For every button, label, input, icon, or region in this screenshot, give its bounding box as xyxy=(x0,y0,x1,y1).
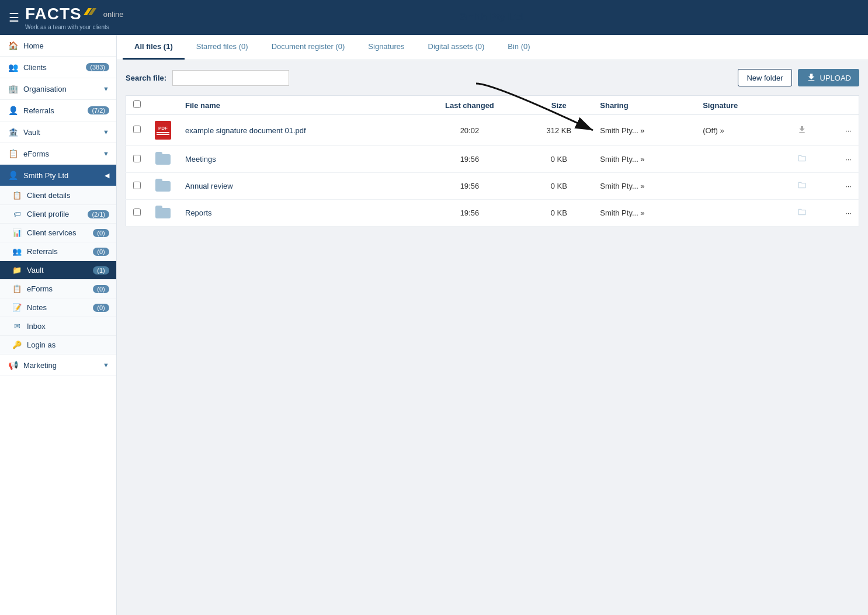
referrals-sub-icon: 👥 xyxy=(12,247,22,256)
file-more-actions[interactable]: ··· xyxy=(823,200,859,227)
file-size: 0 KB xyxy=(525,173,593,200)
tab-document-register[interactable]: Document register (0) xyxy=(260,35,357,60)
row-checkbox[interactable] xyxy=(133,126,141,133)
sidebar-item-clients[interactable]: 👥 Clients (383) xyxy=(0,57,116,78)
organisation-arrow: ▼ xyxy=(103,85,109,92)
sub-label-referrals: Referrals xyxy=(27,247,93,256)
download-icon[interactable] xyxy=(797,125,807,134)
sub-label-inbox: Inbox xyxy=(27,322,109,331)
tab-digital-assets[interactable]: Digital assets (0) xyxy=(416,35,497,60)
file-sharing[interactable]: Smith Pty... » xyxy=(593,173,696,200)
sidebar-item-eforms[interactable]: 📋 eForms ▼ xyxy=(0,143,116,165)
sidebar-item-home[interactable]: 🏠 Home xyxy=(0,35,116,57)
home-icon: 🏠 xyxy=(7,41,19,50)
smith-pty-ltd-icon: 👤 xyxy=(7,171,19,180)
sub-item-client-details[interactable]: 📋 Client details xyxy=(0,186,116,205)
sidebar-label-vault: Vault xyxy=(23,128,103,137)
file-sharing[interactable]: Smith Pty... » xyxy=(593,115,696,146)
file-signature xyxy=(696,200,782,227)
eforms-icon: 📋 xyxy=(7,149,19,158)
action-buttons: New folder UPLOAD xyxy=(738,69,859,86)
sidebar-item-vault[interactable]: 🏦 Vault ▼ xyxy=(0,121,116,143)
sub-item-notes[interactable]: 📝 Notes (0) xyxy=(0,298,116,317)
file-type-icon: PDF xyxy=(148,115,178,146)
search-input[interactable] xyxy=(172,70,289,86)
notes-badge: (0) xyxy=(93,304,109,312)
table-row: PDF example signature document 01.pdf20:… xyxy=(126,115,859,146)
new-folder-button[interactable]: New folder xyxy=(738,69,791,86)
file-name[interactable]: Reports xyxy=(178,200,414,227)
sub-label-client-services: Client services xyxy=(27,228,93,237)
marketing-arrow: ▼ xyxy=(103,362,109,369)
sub-item-login-as[interactable]: 🔑 Login as xyxy=(0,336,116,355)
file-last-changed: 19:56 xyxy=(414,173,525,200)
client-profile-badge: (2/1) xyxy=(88,210,109,218)
top-bar: ☰ FACTS online Work as a team with your … xyxy=(0,0,868,35)
tab-starred-files[interactable]: Starred files (0) xyxy=(185,35,260,60)
upload-icon xyxy=(806,72,817,83)
file-download xyxy=(782,200,822,227)
table-row: Reports19:560 KBSmith Pty... »··· xyxy=(126,200,859,227)
sidebar-item-referrals[interactable]: 👤 Referrals (7/2) xyxy=(0,100,116,121)
sidebar-label-referrals: Referrals xyxy=(23,106,88,115)
page-title: Smith Pty Ltd xyxy=(123,12,859,23)
header-last-changed: Last changed xyxy=(414,96,525,115)
header-actions xyxy=(823,96,859,115)
file-signature[interactable]: (Off) » xyxy=(696,115,782,146)
tab-bin[interactable]: Bin (0) xyxy=(496,35,541,60)
sub-item-client-profile[interactable]: 🏷 Client profile (2/1) xyxy=(0,205,116,224)
file-more-actions[interactable]: ··· xyxy=(823,146,859,173)
file-signature xyxy=(696,146,782,173)
file-sharing[interactable]: Smith Pty... » xyxy=(593,146,696,173)
client-details-icon: 📋 xyxy=(12,191,22,200)
tab-all-files[interactable]: All files (1) xyxy=(123,35,185,60)
sub-label-notes: Notes xyxy=(27,303,93,312)
sub-item-vault[interactable]: 📁 Vault (1) xyxy=(0,261,116,280)
sub-item-inbox[interactable]: ✉ Inbox xyxy=(0,317,116,336)
smith-arrow: ◀ xyxy=(105,172,109,179)
sidebar-item-marketing[interactable]: 📢 Marketing ▼ xyxy=(0,355,116,376)
logo-tagline: Work as a team with your clients xyxy=(25,24,123,30)
sidebar-item-smith-pty-ltd[interactable]: 👤 Smith Pty Ltd ◀ xyxy=(0,165,116,186)
sub-item-eforms[interactable]: 📋 eForms (0) xyxy=(0,280,116,298)
sidebar-label-clients: Clients xyxy=(23,63,86,72)
client-profile-icon: 🏷 xyxy=(12,210,22,218)
file-area: Search file: New folder UPLOAD xyxy=(117,60,868,235)
file-type-icon xyxy=(148,146,178,173)
file-size: 312 KB xyxy=(525,115,593,146)
logo-facts: FACTS xyxy=(25,5,82,23)
eforms-arrow: ▼ xyxy=(103,150,109,157)
annotation-container: File name Last changed Size Sharing Sign… xyxy=(126,95,859,227)
row-checkbox[interactable] xyxy=(133,209,141,216)
tab-signatures[interactable]: Signatures xyxy=(356,35,416,60)
upload-button[interactable]: UPLOAD xyxy=(798,69,859,86)
file-sharing[interactable]: Smith Pty... » xyxy=(593,200,696,227)
upload-label: UPLOAD xyxy=(820,74,851,82)
row-checkbox[interactable] xyxy=(133,155,141,162)
table-row: Annual review19:560 KBSmith Pty... »··· xyxy=(126,173,859,200)
file-more-actions[interactable]: ··· xyxy=(823,173,859,200)
row-checkbox[interactable] xyxy=(133,182,141,189)
hamburger-menu[interactable]: ☰ xyxy=(9,11,19,25)
eforms-sub-icon: 📋 xyxy=(12,284,22,293)
tabs-container: All files (1) Starred files (0) Document… xyxy=(117,35,868,60)
sidebar-item-organisation[interactable]: 🏢 Organisation ▼ xyxy=(0,78,116,100)
folder-down-icon xyxy=(797,180,807,190)
file-more-actions[interactable]: ··· xyxy=(823,115,859,146)
sub-label-login-as: Login as xyxy=(27,340,109,349)
select-all-checkbox[interactable] xyxy=(133,100,141,108)
sub-item-referrals[interactable]: 👥 Referrals (0) xyxy=(0,242,116,261)
login-as-icon: 🔑 xyxy=(12,340,22,349)
clients-badge: (383) xyxy=(86,63,109,71)
clients-icon: 👥 xyxy=(7,62,19,72)
header-sharing: Sharing xyxy=(593,96,696,115)
file-type-icon xyxy=(148,200,178,227)
file-name[interactable]: example signature document 01.pdf xyxy=(178,115,414,146)
sub-item-client-services[interactable]: 📊 Client services (0) xyxy=(0,224,116,242)
file-table: File name Last changed Size Sharing Sign… xyxy=(126,95,859,227)
folder-down-icon xyxy=(797,154,807,163)
file-name[interactable]: Meetings xyxy=(178,146,414,173)
file-name[interactable]: Annual review xyxy=(178,173,414,200)
header-size: Size xyxy=(525,96,593,115)
file-download[interactable] xyxy=(782,115,822,146)
